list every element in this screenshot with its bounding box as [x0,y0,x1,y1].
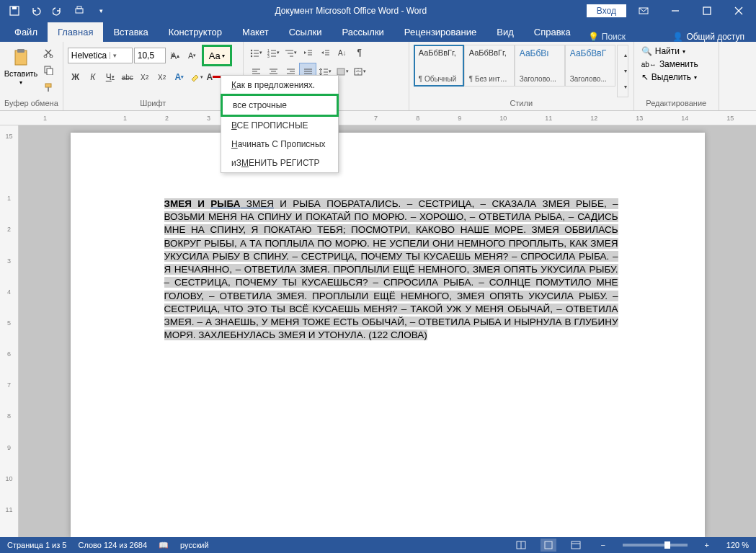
ribbon-options-icon[interactable] [629,1,658,21]
zoom-level[interactable]: 120 % [726,541,749,549]
case-capitalize-item[interactable]: Начинать С Прописных [221,135,338,154]
tab-design[interactable]: Конструктор [159,22,232,42]
styles-scroll-up-icon[interactable]: ▴ [618,50,633,61]
styles-scroll-down-icon[interactable]: ▾ [618,66,633,76]
web-layout-icon[interactable] [568,539,584,552]
tab-review[interactable]: Рецензирование [394,22,486,42]
tab-layout[interactable]: Макет [232,22,279,42]
save-icon[interactable] [6,2,23,19]
case-lowercase-item[interactable]: все строчные [221,94,339,117]
svg-rect-15 [45,84,51,87]
cursor-icon: ↖ [641,72,649,82]
print-preview-icon[interactable] [71,2,88,19]
text-effects-icon[interactable]: A▾ [172,69,187,85]
login-button[interactable]: Вход [587,4,626,17]
tab-insert[interactable]: Вставка [103,22,158,42]
maximize-button[interactable] [693,1,721,21]
style-item-0[interactable]: АаБбВвГг,¶ Обычный [414,45,464,87]
numbering-icon[interactable]: 123▾ [265,45,281,61]
svg-point-17 [251,50,252,51]
document-page[interactable]: ЗМЕЯ И РЫБА ЗМЕЯ И РЫБА ПОБРАТАЛИСЬ. – С… [71,133,705,537]
undo-icon[interactable] [27,2,45,19]
spell-check-icon[interactable]: 📖 [159,541,169,550]
tab-mailings[interactable]: Рассылки [332,22,393,42]
search-box[interactable]: 💡 Поиск [581,32,633,42]
replace-button[interactable]: ab↔Заменить [639,58,701,71]
share-button[interactable]: 👤 Общий доступ [665,32,752,42]
paste-button[interactable]: Вставить ▾ [4,45,37,89]
bold-button[interactable]: Ж [68,69,84,85]
horizontal-ruler[interactable]: 11234567891011121314151617 [0,111,756,125]
tab-file[interactable]: Файл [4,22,48,42]
multilevel-list-icon[interactable]: ▾ [283,45,298,61]
style-item-3[interactable]: АаБбВвГЗаголово... [565,45,615,87]
zoom-out-button[interactable]: − [595,539,611,552]
strikethrough-button[interactable]: abc [120,69,135,85]
change-case-button[interactable]: Aa▾ [202,45,232,66]
status-page[interactable]: Страница 1 из 5 [7,541,66,549]
find-button[interactable]: 🔍Найти▾ [639,45,688,58]
titlebar: ▾ Документ Microsoft Office Word - Word … [0,0,756,22]
document-text[interactable]: ЗМЕЯ И РЫБА ЗМЕЯ И РЫБА ПОБРАТАЛИСЬ. – С… [164,198,618,342]
print-layout-icon[interactable] [541,539,556,552]
quick-access-toolbar: ▾ [0,2,115,19]
svg-text:3: 3 [267,54,270,58]
decrease-indent-icon[interactable] [300,45,316,61]
italic-button[interactable]: К [85,69,101,85]
highlight-icon[interactable]: ▾ [189,69,205,85]
shrink-font-icon[interactable]: A▾ [184,48,200,63]
tab-references[interactable]: Ссылки [279,22,332,42]
status-words[interactable]: Слово 124 из 2684 [78,541,147,549]
zoom-in-button[interactable]: + [699,539,715,552]
qat-dropdown-icon[interactable]: ▾ [92,2,110,19]
redo-icon[interactable] [49,2,66,19]
styles-expand-icon[interactable]: ▾ [618,81,633,92]
group-font: Helvetica▾ 10,5▾ A▴ A▾ Aa▾ Ж К Ч▾ abc X2… [63,42,244,110]
font-size-combobox[interactable]: 10,5▾ [134,48,166,63]
superscript-button[interactable]: X2 [154,69,170,85]
change-case-menu: Как в предложениях. все строчные ВСЕ ПРО… [221,75,339,173]
tab-help[interactable]: Справка [524,22,581,42]
case-sentence-item[interactable]: Как в предложениях. [221,76,338,94]
font-color-icon[interactable]: A [206,69,222,85]
svg-rect-10 [17,49,25,53]
ribbon-tabs: Файл Главная Вставка Конструктор Макет С… [0,22,756,42]
case-uppercase-item[interactable]: ВСЕ ПРОПИСНЫЕ [221,116,338,135]
sort-icon[interactable]: A↓ [334,45,350,61]
case-toggle-item[interactable]: иЗМЕНИТЬ РЕГИСТР [221,154,338,172]
group-editing: 🔍Найти▾ ab↔Заменить ↖Выделить▾ Редактиро… [634,42,719,110]
svg-rect-14 [47,68,53,75]
select-button[interactable]: ↖Выделить▾ [639,71,700,84]
subscript-button[interactable]: X2 [137,69,153,85]
vertical-ruler[interactable]: 151234567891011 [0,125,19,537]
svg-rect-1 [12,6,17,9]
read-mode-icon[interactable] [513,539,529,552]
copy-icon[interactable] [40,62,56,78]
lightbulb-icon: 💡 [588,32,599,42]
workspace: 151234567891011 ЗМЕЯ И РЫБА ЗМЕЯ И РЫБА … [0,125,756,537]
tab-home[interactable]: Главная [48,22,103,42]
style-item-1[interactable]: АаБбВвГг,¶ Без инте... [464,45,515,87]
style-item-2[interactable]: АаБбВıЗаголово... [515,45,565,87]
minimize-button[interactable] [661,1,690,21]
cut-icon[interactable] [40,45,56,61]
window-title: Документ Microsoft Office Word - Word [115,6,587,16]
close-button[interactable] [724,1,753,21]
font-name-combobox[interactable]: Helvetica▾ [68,48,133,63]
format-painter-icon[interactable] [40,79,56,95]
show-marks-icon[interactable]: ¶ [352,45,368,61]
search-icon: 🔍 [641,46,652,56]
status-language[interactable]: русский [180,541,208,549]
tab-view[interactable]: Вид [486,22,524,42]
borders-icon[interactable]: ▾ [352,63,368,79]
svg-rect-3 [77,6,81,9]
underline-button[interactable]: Ч▾ [102,69,118,85]
replace-icon: ab↔ [641,61,657,68]
statusbar: Страница 1 из 5 Слово 124 из 2684 📖 русс… [0,537,756,553]
bullets-icon[interactable]: ▾ [248,45,264,61]
svg-rect-63 [545,541,552,549]
page-area[interactable]: ЗМЕЯ И РЫБА ЗМЕЯ И РЫБА ПОБРАТАЛИСЬ. – С… [19,125,756,537]
grow-font-icon[interactable]: A▴ [167,48,183,63]
zoom-slider[interactable] [623,544,688,547]
increase-indent-icon[interactable] [317,45,333,61]
